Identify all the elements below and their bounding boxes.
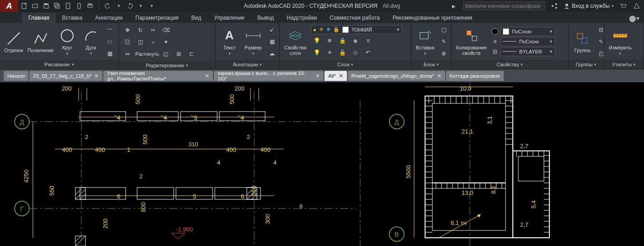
tab-annotate[interactable]: Аннотации <box>89 13 129 23</box>
close-icon[interactable]: ✕ <box>94 73 99 79</box>
menubar-toggle-icon[interactable]: ⬤▾ <box>629 14 639 23</box>
tab-manage[interactable]: Управление <box>208 13 251 23</box>
circle-button[interactable]: Круг▾ <box>56 27 78 57</box>
panel-draw[interactable]: Рисование▾ <box>0 60 118 69</box>
svg-line-13 <box>8 32 20 44</box>
close-icon[interactable]: ✕ <box>315 73 320 79</box>
panel-annot[interactable]: Аннотации▾ <box>216 60 279 69</box>
close-icon[interactable]: ✕ <box>339 73 343 79</box>
drawing-canvas[interactable]: 200 200 500 500 Д Д 4 4 3 4 2 2 500 400 … <box>0 82 644 246</box>
filetab-active[interactable]: All*✕ <box>325 71 347 81</box>
hatch-icon[interactable]: ▦ <box>104 48 116 59</box>
redo-dropdown[interactable]: ▼ <box>137 2 145 10</box>
scale-icon[interactable]: ◱ <box>160 48 172 59</box>
filetab-2[interactable]: Узел понижения дл...РампыТактилПлиты*✕ <box>103 71 213 81</box>
text-button[interactable]: AТекст▾ <box>218 27 240 57</box>
filetab-1[interactable]: 23_10_17_dwg_c_118_b*✕ <box>29 71 102 81</box>
panel-props[interactable]: Свойства▾ <box>452 60 568 69</box>
group-button[interactable]: Группа <box>571 29 593 54</box>
layer-freeze-icon[interactable]: ❄ <box>324 35 335 46</box>
filetab-3[interactable]: карниз крыши с выно... с уклоном 10-16)*… <box>214 71 324 81</box>
line-button[interactable]: Отрезок <box>3 29 25 54</box>
tab-parametric[interactable]: Параметризация <box>129 13 185 23</box>
play-icon[interactable]: ▶ <box>449 1 458 11</box>
layer-match-icon[interactable]: ≡ <box>362 35 374 46</box>
measure-button[interactable]: Измерить▾ <box>607 27 633 57</box>
tab-addins[interactable]: Надстройки <box>280 13 323 23</box>
offset-icon[interactable]: ⊏ <box>186 48 197 59</box>
cloud-icon[interactable]: ☁ <box>266 48 278 59</box>
plot-icon[interactable] <box>86 2 94 10</box>
saveas-icon[interactable] <box>53 2 61 10</box>
fillet-icon[interactable]: ⌐ <box>147 37 159 48</box>
panel-util[interactable]: Утилиты▾ <box>604 60 644 69</box>
panel-group[interactable]: Группы▾ <box>569 60 604 69</box>
tab-output[interactable]: Вывод <box>251 13 280 23</box>
save-icon[interactable] <box>42 2 50 10</box>
layerprops-button[interactable]: Свойства слоя <box>282 27 308 57</box>
undo-dropdown[interactable]: ▼ <box>115 2 123 10</box>
layer-uniso-icon[interactable]: ◇ <box>349 47 361 58</box>
trim-icon[interactable]: ✂ <box>147 25 159 36</box>
dim-button[interactable]: Размер▾ <box>242 27 264 57</box>
polyline-button[interactable]: Полилиния <box>27 29 54 54</box>
autodesk-icon[interactable] <box>632 1 641 11</box>
cart-icon[interactable] <box>618 1 628 11</box>
login-button[interactable]: Вход в службы ▾ <box>564 3 614 9</box>
filetab-5[interactable]: Proekt_zagorodnogo_zhilogo_doma*✕ <box>348 71 445 81</box>
tab-featured[interactable]: Рекомендованные приложения <box>386 13 479 23</box>
lineweight-combo[interactable]: ПоСлою▼ <box>500 37 555 46</box>
panel-block[interactable]: Блок▾ <box>411 60 451 69</box>
insert-button[interactable]: Вставка▾ <box>414 27 436 57</box>
stretch-icon[interactable]: ⇔ <box>122 48 133 59</box>
move-icon[interactable]: ✥ <box>122 25 133 36</box>
close-icon[interactable]: ✕ <box>205 73 209 79</box>
copy-icon[interactable]: ⿻ <box>122 37 133 48</box>
layer-combo[interactable]: ●☀❄🔓 ТОНКИЙ ▼ <box>311 25 402 34</box>
mirror-icon[interactable]: ◫ <box>134 37 146 48</box>
search-input[interactable]: Введите ключевое слово/фразу <box>463 1 545 11</box>
redo-icon[interactable] <box>126 2 134 10</box>
attr-icon[interactable]: ⊕ <box>438 48 450 59</box>
undo-icon[interactable] <box>104 2 112 10</box>
mobile-icon[interactable] <box>75 2 83 10</box>
svg-text:2: 2 <box>139 173 143 180</box>
tab-view[interactable]: Вид <box>185 13 208 23</box>
linetype-combo[interactable]: BYLAYER▼ <box>500 47 555 56</box>
tab-home[interactable]: Главная <box>22 13 56 23</box>
tab-collab[interactable]: Совместная работа <box>323 13 386 23</box>
share-icon[interactable] <box>550 1 559 11</box>
array-icon[interactable]: ⊞ <box>173 48 185 59</box>
web-icon[interactable] <box>64 2 72 10</box>
create-block-icon[interactable]: ▢ <box>438 24 450 35</box>
rotate-icon[interactable]: ↻ <box>134 25 146 36</box>
layer-iso-icon[interactable]: ◈ <box>349 35 361 46</box>
arc-button[interactable]: Дуга▾ <box>80 27 102 57</box>
edit-block-icon[interactable]: ✎ <box>438 36 450 47</box>
layer-unlock-icon[interactable]: 🔓 <box>336 47 348 58</box>
panel-edit[interactable]: Редактирование▾ <box>119 61 215 69</box>
tab-insert[interactable]: Вставка <box>56 13 89 23</box>
layer-off-icon[interactable]: 💡 <box>311 35 323 46</box>
leader-icon[interactable]: ↙ <box>266 24 278 35</box>
panel-layers[interactable]: Слои▾ <box>280 60 411 69</box>
filetab-start[interactable]: Начало <box>4 71 28 81</box>
new-icon[interactable] <box>20 2 28 10</box>
explode-icon[interactable]: ✦ <box>160 37 172 48</box>
layer-on-icon[interactable]: 💡 <box>311 47 323 58</box>
open-icon[interactable] <box>31 2 39 10</box>
ellipse-icon[interactable]: ⬭ <box>104 36 116 47</box>
close-icon[interactable]: ✕ <box>437 73 442 79</box>
filetab-6[interactable]: Коттедж разноуровне <box>446 71 504 81</box>
layer-lock-icon[interactable]: 🔒 <box>336 35 348 46</box>
erase-icon[interactable]: ⌫ <box>160 25 172 36</box>
app-logo[interactable]: A <box>0 0 18 12</box>
spline-icon[interactable]: 〰 <box>104 24 116 35</box>
table-icon[interactable]: ▦ <box>266 36 278 47</box>
titlebar: A ▼ ▼ ▼ Autodesk AutoCAD 2020 - СТУДЕНЧЕ… <box>0 0 644 12</box>
layer-thaw-icon[interactable]: ☀ <box>324 47 335 58</box>
color-combo[interactable]: ПоСлою▼ <box>500 27 555 36</box>
qat-more-dropdown[interactable]: ▼ <box>148 2 156 10</box>
layer-prev-icon[interactable]: ↶ <box>362 47 374 58</box>
matchprop-button[interactable]: Копирование свойств <box>454 27 489 57</box>
